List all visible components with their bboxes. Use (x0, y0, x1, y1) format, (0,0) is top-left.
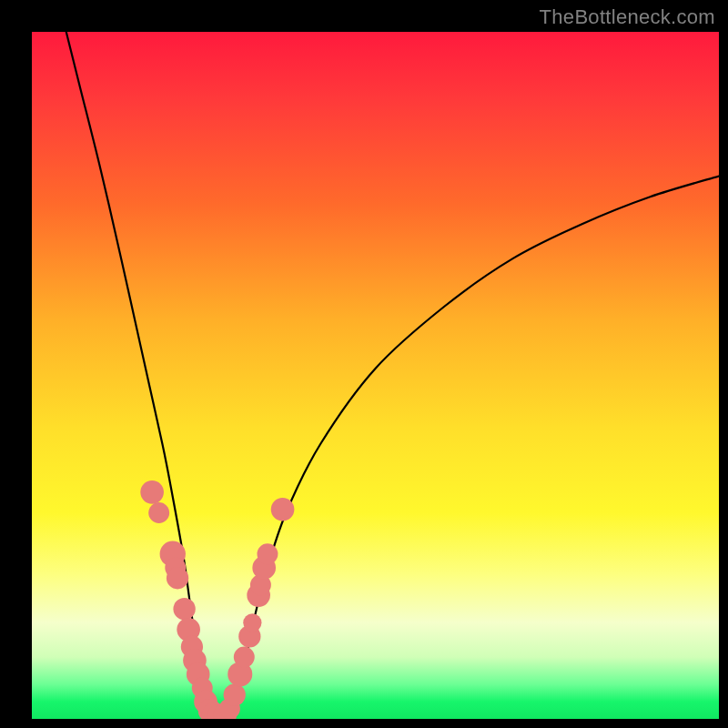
sample-dot (207, 703, 232, 719)
sample-dot (219, 698, 240, 719)
sample-dot (160, 541, 186, 567)
sample-dot (243, 613, 261, 632)
sample-dot (194, 690, 217, 713)
chart-frame: TheBottleneck.com (0, 0, 728, 728)
sample-dot (234, 647, 255, 668)
sample-dot (198, 699, 222, 719)
sample-dot (228, 662, 252, 686)
sample-dot (238, 625, 260, 647)
sample-dot (167, 567, 188, 589)
sample-dot (257, 543, 278, 564)
sample-dot (165, 557, 186, 578)
sample-dot (252, 556, 276, 580)
sample-dot (181, 636, 203, 658)
chart-svg (32, 32, 719, 719)
sample-dot (202, 703, 227, 719)
sample-dot (247, 583, 270, 607)
sample-dot (192, 678, 213, 699)
sample-dot (213, 703, 237, 719)
sample-dots-group (140, 480, 294, 719)
plot-area (32, 32, 719, 719)
sample-dot (173, 598, 195, 620)
sample-dot (177, 618, 200, 642)
sample-dot (224, 683, 246, 705)
sample-dot (250, 574, 271, 595)
watermark-text: TheBottleneck.com (540, 5, 715, 29)
sample-dot (140, 480, 164, 504)
sample-dot (271, 498, 295, 521)
sample-dot (187, 662, 210, 686)
sample-dot (183, 649, 207, 672)
bottleneck-curve (66, 32, 719, 719)
sample-dot (148, 502, 169, 523)
